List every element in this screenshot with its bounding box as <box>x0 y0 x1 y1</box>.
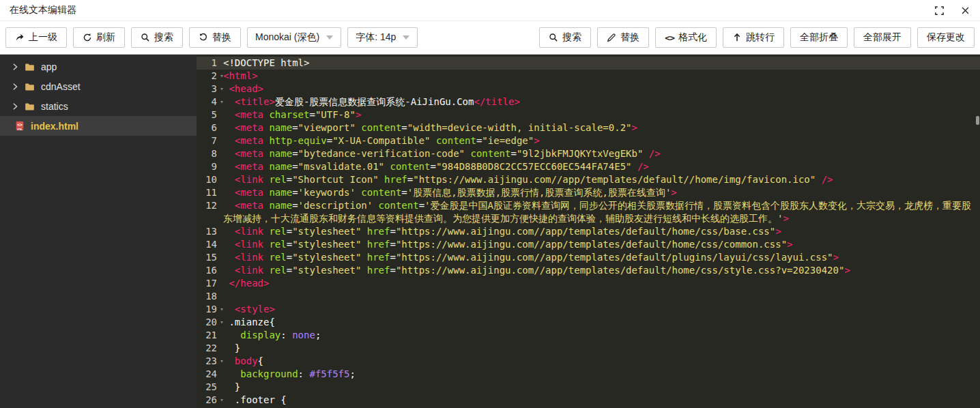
code-line-4[interactable]: 4▾ <title>爱金股-股票信息数据查询系统-AiJinGu.Com</ti… <box>197 96 980 108</box>
refresh-button-label: 刷新 <box>96 31 115 44</box>
code-line-16[interactable]: 16 <link rel="stylesheet" href="https://… <box>197 264 980 277</box>
tree-item-label: app <box>41 61 57 72</box>
fold-arrow-icon[interactable]: ▾ <box>218 83 226 96</box>
line-number: 12 <box>197 199 217 212</box>
line-number: 21 <box>197 329 217 342</box>
replace-button[interactable]: 替换 <box>189 27 241 48</box>
line-number: 20 <box>197 316 217 329</box>
theme-select[interactable]: Monokai (深色) <box>247 27 341 48</box>
titlebar: 在线文本编辑器 <box>0 0 980 21</box>
format-button-label: 格式化 <box>678 31 707 44</box>
fold-arrow-icon[interactable]: ▾ <box>218 303 226 316</box>
fold-arrow-icon[interactable]: ▾ <box>218 355 226 368</box>
content-area: appcdnAssetstatics<>HTMLindex.html 1<!DO… <box>0 55 980 408</box>
code-line-14[interactable]: 14 <link rel="stylesheet" href="https://… <box>197 238 980 251</box>
tree-folder-cdnAsset[interactable]: cdnAsset <box>0 76 197 96</box>
code-line-10[interactable]: 10 <link rel="Shortcut Icon" href="https… <box>197 173 980 186</box>
code-line-26[interactable]: 26▾ .footer { <box>197 394 980 407</box>
editor-search-button-label: 搜索 <box>562 31 581 44</box>
tree-item-label: statics <box>41 101 68 112</box>
up-level-button-label: 上一级 <box>29 31 57 44</box>
code-line-text: </head> <box>197 277 980 290</box>
tree-item-label: cdnAsset <box>41 81 81 92</box>
tree-folder-app[interactable]: app <box>0 57 197 76</box>
folder-icon <box>25 102 35 111</box>
code-line-7[interactable]: 7 <meta http-equiv="X-UA-Compatible" con… <box>197 134 980 147</box>
up-level-button[interactable]: 上一级 <box>5 27 67 48</box>
search-icon <box>141 33 150 42</box>
code-line-17[interactable]: 17 </head> <box>197 277 980 290</box>
chevron-right-icon[interactable] <box>12 83 18 91</box>
editor-scrollbar-thumb[interactable] <box>976 116 979 125</box>
code-line-8[interactable]: 8 <meta name="bytedance-verification-cod… <box>197 147 980 160</box>
up-level-icon <box>15 33 25 42</box>
fold-arrow-icon[interactable]: ▾ <box>218 96 226 108</box>
line-number: 14 <box>197 238 217 251</box>
code-line-11[interactable]: 11 <meta name='keywords' content='股票信息,股… <box>197 186 980 199</box>
code-line-text: .footer { <box>197 394 980 407</box>
code-line-15[interactable]: 15 <link rel="stylesheet" href="https://… <box>197 251 980 264</box>
font-size-select[interactable]: 字体: 14p <box>347 27 418 48</box>
line-number: 17 <box>197 277 217 290</box>
code-line-text: <link rel="stylesheet" href="https://www… <box>197 238 980 251</box>
code-line-text: <link rel="Shortcut Icon" href="https://… <box>197 173 980 186</box>
expand-all-button[interactable]: 全部展开 <box>854 27 911 48</box>
fold-arrow-icon[interactable]: ▾ <box>218 316 226 329</box>
html-file-icon: <>HTML <box>15 121 25 131</box>
fold-arrow-icon[interactable]: ▾ <box>218 394 226 407</box>
line-number: 3 <box>197 83 217 96</box>
font-size-select-value: 字体: 14p <box>356 31 396 44</box>
search-button[interactable]: 搜索 <box>131 27 183 48</box>
toolbar: 上一级刷新搜索替换 Monokai (深色)字体: 14p 搜索替换<>格式化跳… <box>0 21 980 55</box>
code-line-20[interactable]: 20▾ .mianze{ <box>197 316 980 329</box>
theme-select-value: Monokai (深色) <box>255 31 319 44</box>
line-number: 11 <box>197 186 217 199</box>
editor-search-button[interactable]: 搜索 <box>539 27 591 48</box>
collapse-all-button[interactable]: 全部折叠 <box>790 27 848 48</box>
code-line-23[interactable]: 23▾ body{ <box>197 355 980 368</box>
code-line-3[interactable]: 3▾ <head> <box>197 83 980 96</box>
fold-arrow-icon[interactable]: ▾ <box>218 70 226 83</box>
chevron-right-icon[interactable] <box>12 63 18 71</box>
code-line-5[interactable]: 5 <meta charset="UTF-8"> <box>197 108 980 121</box>
code-line-18[interactable]: 18 <box>197 290 980 303</box>
code-line-19[interactable]: 19▾ <style> <box>197 303 980 316</box>
tree-folder-statics[interactable]: statics <box>0 96 197 116</box>
format-button[interactable]: <>格式化 <box>655 27 717 48</box>
chevron-down-icon <box>326 35 333 40</box>
chevron-right-icon[interactable] <box>12 102 18 111</box>
save-button[interactable]: 保存更改 <box>917 27 975 48</box>
search-icon <box>549 33 558 42</box>
code-line-text: <meta name='description' content='爱金股是中国… <box>197 199 980 225</box>
close-icon[interactable] <box>960 5 970 16</box>
code-line-13[interactable]: 13 <link rel="stylesheet" href="https://… <box>197 225 980 238</box>
code-line-2[interactable]: 2▾<html> <box>197 70 980 83</box>
code-line-24[interactable]: 24 background: #f5f5f5; <box>197 368 980 381</box>
refresh-button[interactable]: 刷新 <box>73 27 125 48</box>
code-line-12[interactable]: 12 <meta name='description' content='爱金股… <box>197 199 980 225</box>
online-text-editor-window: 在线文本编辑器 上一级刷新搜索替换 Monokai (深色)字体: 14p 搜索… <box>0 0 980 408</box>
code-line-text: <meta charset="UTF-8"> <box>197 108 980 121</box>
line-number: 5 <box>197 108 217 121</box>
code-editor[interactable]: 1<!DOCTYPE html>2▾<html>3▾ <head>4▾ <tit… <box>197 55 980 408</box>
code-line-text: <title>爱金股-股票信息数据查询系统-AiJinGu.Com</title… <box>197 96 980 108</box>
tree-item-label: index.html <box>31 121 78 132</box>
line-number: 1 <box>197 57 217 70</box>
code-line-1[interactable]: 1<!DOCTYPE html> <box>197 57 980 70</box>
code-line-25[interactable]: 25 } <box>197 381 980 394</box>
tree-file-index.html[interactable]: <>HTMLindex.html <box>0 116 197 136</box>
line-number: 10 <box>197 173 217 186</box>
code-line-6[interactable]: 6 <meta name="viewport" content="width=d… <box>197 121 980 134</box>
refresh-icon <box>83 33 92 42</box>
goto-line-button[interactable]: 跳转行 <box>723 27 784 48</box>
line-number: 16 <box>197 264 217 277</box>
code-line-text: <meta http-equiv="X-UA-Compatible" conte… <box>197 134 980 147</box>
code-line-21[interactable]: 21 display: none; <box>197 329 980 342</box>
fullscreen-icon[interactable] <box>934 5 945 16</box>
folder-icon <box>25 62 35 72</box>
code-line-text: <style> <box>197 303 980 316</box>
editor-replace-button[interactable]: 替换 <box>597 27 649 48</box>
code-line-22[interactable]: 22 } <box>197 342 980 355</box>
code-line-9[interactable]: 9 <meta name="msvalidate.01" content="98… <box>197 160 980 173</box>
code-line-text <box>197 290 980 303</box>
